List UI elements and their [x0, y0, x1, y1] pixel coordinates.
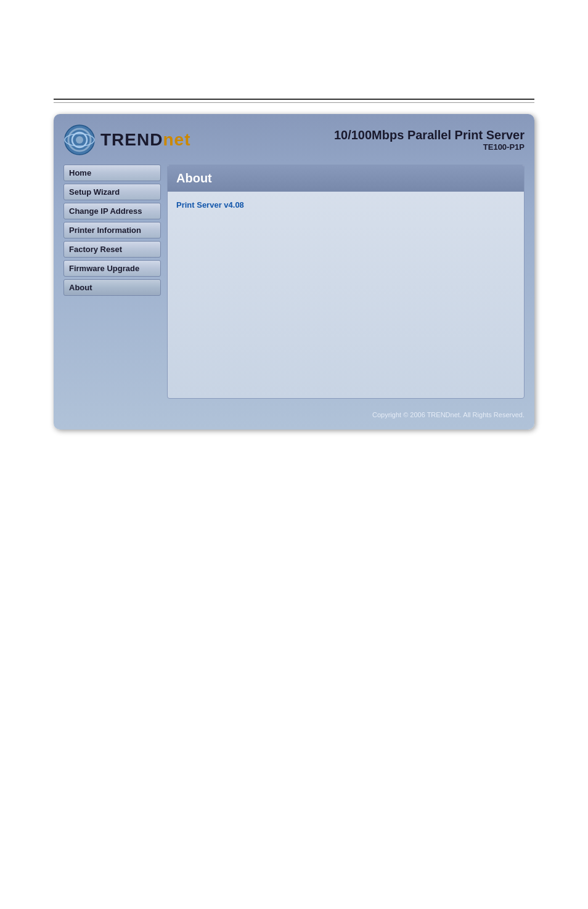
sidebar: Home Setup Wizard Change IP Address Prin…	[63, 165, 161, 399]
sidebar-item-factory-reset[interactable]: Factory Reset	[63, 241, 161, 258]
logo-net: net	[163, 130, 190, 149]
sidebar-item-home[interactable]: Home	[63, 165, 161, 181]
sidebar-item-firmware-upgrade[interactable]: Firmware Upgrade	[63, 260, 161, 277]
main-panel: TRENDnet 10/100Mbps Parallel Print Serve…	[54, 114, 534, 430]
logo-trend: TREND	[100, 130, 163, 149]
sidebar-item-printer-info[interactable]: Printer Information	[63, 222, 161, 238]
page-wrapper: TRENDnet 10/100Mbps Parallel Print Serve…	[0, 0, 588, 909]
content-title-bar: About	[168, 165, 524, 192]
copyright-text: Copyright © 2006 TRENDnet. All Rights Re…	[372, 411, 525, 418]
logo-area: TRENDnet	[63, 124, 190, 156]
top-rule	[54, 99, 534, 100]
version-text: Print Server v4.08	[176, 200, 515, 210]
product-info: 10/100Mbps Parallel Print Server TE100-P…	[334, 128, 525, 152]
product-title: 10/100Mbps Parallel Print Server	[334, 128, 525, 142]
product-model: TE100-P1P	[334, 142, 525, 152]
sidebar-item-setup-wizard[interactable]: Setup Wizard	[63, 184, 161, 200]
trendnet-logo-icon	[63, 124, 96, 156]
content-title: About	[176, 171, 515, 185]
sidebar-item-change-ip[interactable]: Change IP Address	[63, 203, 161, 219]
bottom-rule	[54, 102, 534, 103]
sidebar-item-about[interactable]: About	[63, 279, 161, 296]
panel-header: TRENDnet 10/100Mbps Parallel Print Serve…	[63, 124, 525, 156]
panel-footer: Copyright © 2006 TRENDnet. All Rights Re…	[63, 405, 525, 420]
content-area: About Print Server v4.08	[167, 165, 525, 399]
content-body: Print Server v4.08	[168, 192, 524, 398]
logo-text: TRENDnet	[100, 130, 190, 150]
svg-point-3	[76, 136, 83, 144]
panel-body: Home Setup Wizard Change IP Address Prin…	[63, 165, 525, 399]
